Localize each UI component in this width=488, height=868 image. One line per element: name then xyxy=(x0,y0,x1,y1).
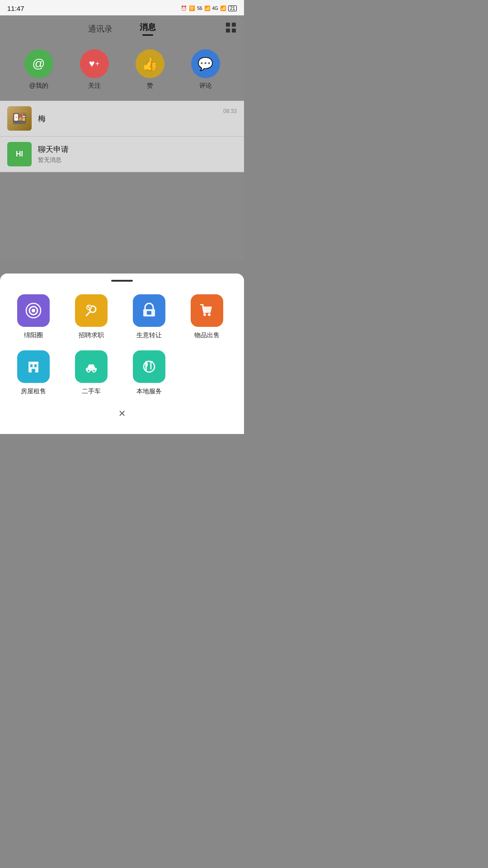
signal-4g-icon: 4G xyxy=(212,6,218,11)
notif-like-label: 赞 xyxy=(147,82,153,90)
signal-bar-icon: 📶 xyxy=(204,5,211,11)
grid-item-job[interactable]: 招聘求职 xyxy=(69,294,114,340)
job-label: 招聘求职 xyxy=(79,331,104,340)
svg-rect-2 xyxy=(226,28,230,33)
status-time: 11:47 xyxy=(7,5,24,12)
svg-rect-18 xyxy=(32,369,35,373)
avatar-mei: 🍱 xyxy=(7,106,32,131)
grid-item-house-rental[interactable]: 房屋租售 xyxy=(11,350,56,396)
sell-items-icon xyxy=(191,294,223,327)
battery-icon: 21 xyxy=(228,5,237,11)
svg-point-14 xyxy=(208,313,211,316)
grid-row-2: 房屋租售 二手车 xyxy=(11,350,233,396)
svg-point-13 xyxy=(203,313,206,316)
notification-icons-row: @ @我的 ♥+ 关注 👍 赞 💬 评论 xyxy=(0,40,244,101)
status-bar: 11:47 ⏰ 🛜 56 📶 4G 📶 21 xyxy=(0,0,244,15)
msg-time-mei: 08:33 xyxy=(223,106,237,114)
notif-at-me[interactable]: @ @我的 xyxy=(24,49,53,90)
used-car-label: 二手车 xyxy=(82,387,101,396)
notif-follow[interactable]: ♥+ 关注 xyxy=(80,49,109,90)
notif-comment-label: 评论 xyxy=(199,82,212,90)
svg-rect-12 xyxy=(147,311,151,315)
sell-items-label: 物品出售 xyxy=(194,331,220,340)
nav-tabs: 通讯录 消息 xyxy=(0,15,244,40)
svg-point-5 xyxy=(32,309,35,312)
local-service-icon xyxy=(133,350,165,383)
grid-item-sell-items[interactable]: 物品出售 xyxy=(184,294,230,340)
house-rental-label: 房屋租售 xyxy=(21,387,46,396)
app-background: 通讯录 消息 @ @我的 ♥+ 关注 👍 赞 💬 xyxy=(0,15,244,259)
mianyang-circle-label: 绵阳圈 xyxy=(24,331,43,340)
business-transfer-icon xyxy=(133,294,165,327)
svg-rect-17 xyxy=(34,364,37,367)
grid-item-mianyang-circle[interactable]: 绵阳圈 xyxy=(11,294,56,340)
used-car-icon xyxy=(75,350,108,383)
message-item-chat-request[interactable]: HI 聊天申请 暂无消息 xyxy=(0,137,244,172)
svg-rect-1 xyxy=(232,23,236,27)
grid-item-business-transfer[interactable]: 生意转让 xyxy=(127,294,172,340)
signal-5g-icon: 56 xyxy=(197,6,202,11)
svg-rect-3 xyxy=(232,28,236,33)
msg-name-mei: 梅 xyxy=(38,113,223,124)
message-item-mei[interactable]: 🍱 梅 08:33 xyxy=(0,101,244,137)
notif-comment[interactable]: 💬 评论 xyxy=(191,49,220,90)
tab-messages[interactable]: 消息 xyxy=(140,22,156,36)
bottom-sheet: 绵阳圈 招聘求职 生意转让 xyxy=(0,274,244,434)
grid-row-1: 绵阳圈 招聘求职 生意转让 xyxy=(11,294,233,340)
notif-at-label: @我的 xyxy=(29,82,48,90)
message-list: 🍱 梅 08:33 HI 聊天申请 暂无消息 xyxy=(0,101,244,172)
svg-point-21 xyxy=(93,369,95,372)
msg-preview-chat-request: 暂无消息 xyxy=(38,156,237,164)
business-transfer-label: 生意转让 xyxy=(136,331,162,340)
job-icon xyxy=(75,294,108,327)
mianyang-circle-icon xyxy=(17,294,50,327)
signal-bar2-icon: 📶 xyxy=(220,5,226,11)
msg-name-chat-request: 聊天申请 xyxy=(38,144,237,155)
close-icon: × xyxy=(118,406,125,420)
house-rental-icon xyxy=(17,350,50,383)
svg-point-20 xyxy=(87,369,90,372)
grid-icon[interactable] xyxy=(225,22,237,36)
msg-content-mei: 梅 xyxy=(38,113,223,124)
local-service-label: 本地服务 xyxy=(136,387,162,396)
msg-content-chat-request: 聊天申请 暂无消息 xyxy=(38,144,237,164)
svg-rect-0 xyxy=(226,23,230,27)
alarm-icon: ⏰ xyxy=(181,5,187,11)
notif-like-icon: 👍 xyxy=(136,49,164,78)
avatar-chat-request: HI xyxy=(7,142,32,166)
sheet-handle[interactable] xyxy=(111,280,133,282)
status-icons: ⏰ 🛜 56 📶 4G 📶 21 xyxy=(181,5,237,11)
notif-follow-icon: ♥+ xyxy=(80,49,109,78)
notif-like[interactable]: 👍 赞 xyxy=(136,49,164,90)
notif-at-icon: @ xyxy=(24,49,53,78)
close-button[interactable]: × xyxy=(11,406,233,420)
notif-comment-icon: 💬 xyxy=(191,49,220,78)
svg-line-8 xyxy=(86,311,90,316)
notif-follow-label: 关注 xyxy=(88,82,101,90)
svg-rect-16 xyxy=(30,364,33,367)
wifi-icon: 🛜 xyxy=(189,5,195,11)
svg-rect-19 xyxy=(28,362,38,363)
grid-item-used-car[interactable]: 二手车 xyxy=(69,350,114,396)
grid-item-local-service[interactable]: 本地服务 xyxy=(127,350,172,396)
tab-contacts[interactable]: 通讯录 xyxy=(88,24,113,34)
